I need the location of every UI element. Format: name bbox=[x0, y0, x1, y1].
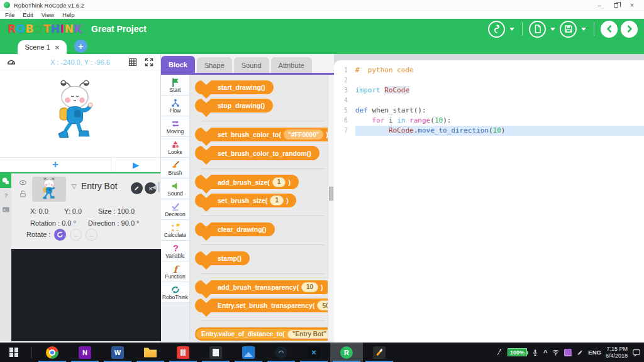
terminal-icon: >_ bbox=[2, 206, 10, 214]
visibility-eye-icon[interactable] bbox=[19, 178, 27, 187]
microphone-icon[interactable] bbox=[531, 349, 539, 356]
taskbar-app-notes[interactable] bbox=[199, 343, 232, 362]
category-start[interactable]: Start bbox=[161, 75, 189, 96]
minimize-button[interactable]: – bbox=[591, 1, 608, 10]
code-block[interactable]: clear_drawing() bbox=[195, 222, 275, 236]
tab-scene-1[interactable]: Scene 1 × bbox=[18, 40, 67, 54]
close-button[interactable]: × bbox=[624, 1, 640, 10]
code-block[interactable]: start_drawing() bbox=[195, 80, 274, 94]
hidden-icons-chevron[interactable]: ^ bbox=[543, 349, 547, 356]
undo-button[interactable] bbox=[601, 21, 618, 38]
stage-sprite-entry-bot[interactable] bbox=[48, 78, 102, 143]
edit-sprite-button[interactable] bbox=[131, 182, 143, 194]
new-project-button[interactable] bbox=[529, 21, 546, 38]
category-flow[interactable]: Flow bbox=[161, 96, 189, 116]
sprite-thumbnail[interactable] bbox=[32, 177, 66, 202]
block-arg[interactable]: 1 bbox=[272, 177, 286, 187]
wifi-icon[interactable] bbox=[552, 348, 560, 356]
menu-help[interactable]: Help bbox=[62, 11, 75, 18]
category-brush[interactable]: Brush bbox=[161, 158, 189, 178]
code-block[interactable]: stop_drawing() bbox=[195, 99, 273, 112]
palette-tab-shape[interactable]: Shape bbox=[197, 57, 232, 73]
pen-tray-icon[interactable] bbox=[576, 349, 584, 356]
code-block[interactable]: set_brush_color_to_random() bbox=[195, 146, 319, 160]
purple-tray-icon[interactable] bbox=[564, 349, 572, 356]
palette-scrollbar[interactable] bbox=[328, 75, 334, 341]
code-block[interactable]: add_brush_size(1) bbox=[195, 175, 299, 189]
block-arg[interactable]: "#FF0000" bbox=[284, 129, 324, 140]
taskbar-app-circle-app[interactable]: ◠ bbox=[265, 343, 297, 362]
taskbar-app-paint[interactable] bbox=[363, 343, 396, 362]
category-robothink[interactable]: RoboThink bbox=[161, 282, 189, 303]
fullscreen-icon[interactable] bbox=[144, 57, 154, 67]
taskbar-app-onenote[interactable]: N bbox=[69, 343, 101, 362]
python-code-editor[interactable]: 1# python code23import RoCode45def when_… bbox=[334, 60, 644, 343]
rotate-mode-button[interactable] bbox=[54, 229, 66, 241]
menu-file[interactable]: File bbox=[5, 11, 14, 18]
block-arg[interactable]: "Entry Bot"▼ bbox=[287, 330, 328, 339]
category-function[interactable]: fFunction bbox=[161, 261, 189, 282]
collapse-panel-handle[interactable]: ◀ bbox=[152, 182, 160, 192]
menu-view[interactable]: View bbox=[42, 11, 54, 18]
block-arg[interactable]: 10 bbox=[301, 282, 318, 292]
script-workspace[interactable] bbox=[11, 249, 161, 341]
help-button[interactable]: ? bbox=[0, 188, 11, 202]
category-decision[interactable]: Decision bbox=[161, 199, 189, 220]
taskbar-app-word[interactable]: W bbox=[101, 343, 134, 362]
menu-edit[interactable]: Edit bbox=[23, 11, 33, 18]
taskbar-app-red-grid[interactable] bbox=[167, 343, 199, 362]
add-scene-button[interactable]: + bbox=[74, 40, 87, 53]
palette-tab-attribute[interactable]: Attribute bbox=[271, 57, 312, 73]
reporter-block[interactable]: Entry.value_of_distance_to("Entry Bot"▼) bbox=[195, 327, 328, 341]
action-center-icon[interactable] bbox=[632, 348, 641, 357]
tray-time: 7:15 PM bbox=[606, 346, 628, 353]
unlock-icon[interactable] bbox=[19, 190, 27, 198]
app-icon bbox=[4, 2, 10, 8]
scene-tab-close-icon[interactable]: × bbox=[55, 43, 60, 52]
python-mode-dropdown-icon[interactable] bbox=[509, 28, 514, 31]
restore-icon bbox=[614, 3, 618, 8]
objects-tab-button[interactable] bbox=[0, 173, 11, 188]
restore-button[interactable] bbox=[608, 1, 624, 10]
sprite-name-dropdown-icon[interactable]: ▽ bbox=[72, 183, 77, 190]
language-indicator[interactable]: ENG bbox=[588, 349, 601, 356]
sprite-name[interactable]: Entry Bot bbox=[81, 181, 118, 191]
block-arg[interactable]: 1 bbox=[270, 195, 284, 206]
start-button[interactable] bbox=[0, 343, 28, 362]
scrollbar-thumb[interactable] bbox=[329, 187, 333, 200]
block-arg[interactable]: 50 bbox=[317, 300, 328, 310]
category-looks[interactable]: Looks bbox=[161, 137, 189, 158]
palette-tab-sound[interactable]: Sound bbox=[234, 57, 269, 73]
battery-indicator[interactable]: 100% bbox=[508, 348, 527, 356]
code-block[interactable]: add_brush_transparency(10) bbox=[195, 280, 328, 294]
palette-tab-block[interactable]: Block bbox=[161, 56, 195, 73]
signal-tray-icon[interactable] bbox=[495, 348, 503, 356]
save-project-button[interactable] bbox=[560, 21, 577, 38]
category-variable[interactable]: ?Variable bbox=[161, 241, 189, 261]
no-rotate-button[interactable]: ↔ bbox=[86, 229, 97, 241]
taskbar-app-rocode[interactable]: R bbox=[330, 343, 363, 362]
console-button[interactable]: >_ bbox=[0, 202, 11, 217]
grid-icon[interactable] bbox=[128, 57, 138, 67]
category-calculate[interactable]: +×÷Calculate bbox=[161, 220, 189, 241]
add-object-button[interactable]: + bbox=[0, 158, 111, 172]
category-sound[interactable]: Sound bbox=[161, 178, 189, 199]
python-mode-button[interactable] bbox=[488, 21, 505, 38]
taskbar-app-blue-x[interactable]: × bbox=[297, 343, 330, 362]
taskbar-app-chrome[interactable] bbox=[36, 343, 69, 362]
code-block[interactable]: Entry.set_brush_transparency(50) bbox=[195, 299, 328, 312]
flip-horizontal-button[interactable]: ↔ bbox=[70, 229, 82, 241]
code-block[interactable]: stamp() bbox=[195, 251, 250, 265]
redo-button[interactable] bbox=[621, 21, 638, 38]
new-project-dropdown-icon[interactable] bbox=[550, 28, 555, 31]
play-button[interactable]: ▶ bbox=[111, 158, 160, 172]
category-moving[interactable]: Moving bbox=[161, 116, 189, 137]
taskbar-app-explorer[interactable] bbox=[134, 343, 167, 362]
clock[interactable]: 7:15 PM 6/4/2018 bbox=[606, 346, 628, 359]
code-block[interactable]: set_brush_color_to("#FF0000") bbox=[195, 128, 328, 141]
save-project-dropdown-icon[interactable] bbox=[581, 28, 586, 31]
robothink-icon bbox=[170, 285, 180, 295]
moving-icon bbox=[170, 119, 180, 129]
taskbar-app-photos[interactable] bbox=[232, 343, 265, 362]
code-block[interactable]: set_brush_size(1) bbox=[195, 194, 296, 207]
